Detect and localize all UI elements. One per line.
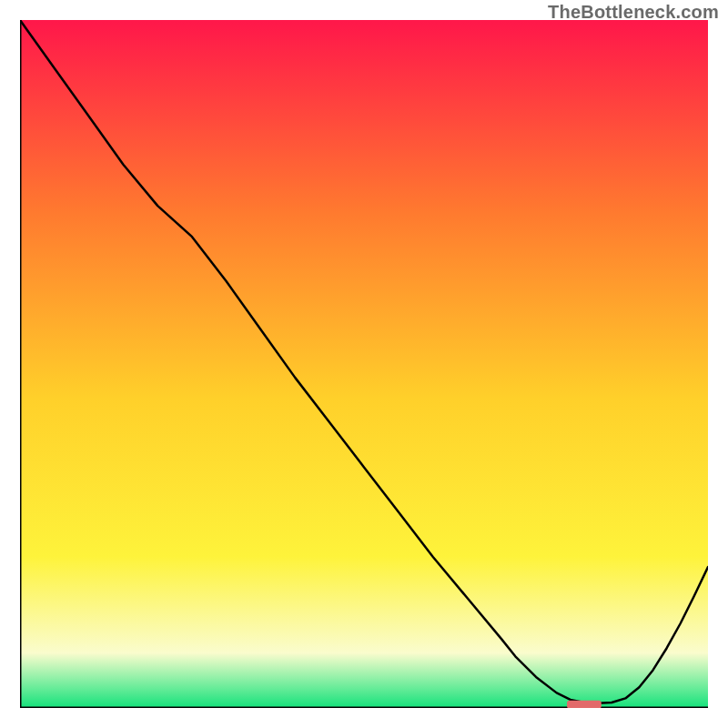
plot-area <box>20 20 708 708</box>
gradient-background <box>20 20 708 708</box>
chart-svg <box>20 20 708 708</box>
watermark-text: TheBottleneck.com <box>548 2 719 23</box>
chart-container: TheBottleneck.com <box>0 0 728 728</box>
optimum-marker <box>567 701 602 708</box>
